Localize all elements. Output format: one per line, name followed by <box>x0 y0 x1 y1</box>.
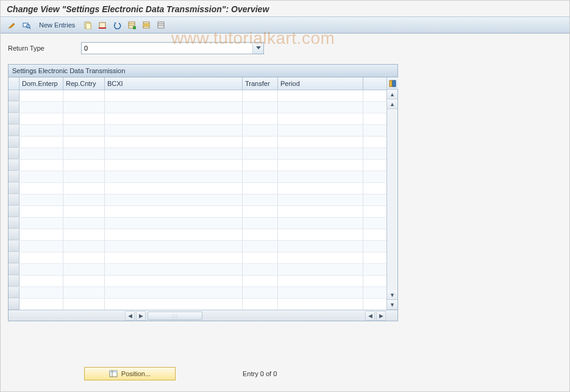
table-panel-title: Settings Electronic Data Transmission <box>9 65 397 77</box>
vertical-scrollbar[interactable]: ▲ ▲ ▼ ▼ <box>387 77 397 310</box>
svg-rect-15 <box>158 22 164 28</box>
grid-body <box>9 90 387 310</box>
table-row[interactable] <box>9 137 387 148</box>
return-type-row: Return Type 0 <box>8 42 562 54</box>
scroll-right-icon[interactable]: ▶ <box>136 311 146 321</box>
table-row[interactable] <box>9 160 387 171</box>
table-row[interactable] <box>9 287 387 299</box>
scroll-thumb[interactable]: ::: <box>148 312 202 320</box>
table-panel: Settings Electronic Data Transmission Do… <box>8 64 398 321</box>
table-row[interactable] <box>9 218 387 229</box>
content-area: Return Type 0 Settings Electronic Data T… <box>1 34 569 326</box>
svg-rect-18 <box>390 80 392 87</box>
scroll-right-icon[interactable]: ▶ <box>376 311 386 321</box>
table-row[interactable] <box>9 252 387 264</box>
copy-as-icon[interactable] <box>82 19 94 31</box>
table-settings-icon[interactable] <box>387 77 398 90</box>
position-label: Position... <box>121 370 151 377</box>
col-header-dom-enterp[interactable]: Dom.Enterp <box>20 77 63 90</box>
svg-line-2 <box>29 27 30 29</box>
position-button[interactable]: Position... <box>84 367 176 380</box>
col-header-transfer[interactable]: Transfer <box>243 77 278 90</box>
table-row[interactable] <box>9 90 387 102</box>
other-view-icon[interactable] <box>20 19 32 31</box>
table-row[interactable] <box>9 148 387 160</box>
table-row[interactable] <box>9 206 387 218</box>
scroll-up-icon[interactable]: ▲ <box>387 90 397 99</box>
svg-rect-19 <box>393 80 396 87</box>
table-row[interactable] <box>9 264 387 276</box>
dropdown-arrow-icon[interactable] <box>252 43 263 54</box>
table-row[interactable] <box>9 299 387 310</box>
undo-icon[interactable] <box>111 19 123 31</box>
deselect-all-icon[interactable] <box>155 19 167 31</box>
horizontal-scrollbar[interactable]: ◀ ▶ ::: ◀ ▶ <box>9 310 397 321</box>
table-row[interactable] <box>9 102 387 113</box>
position-icon <box>109 370 118 377</box>
svg-rect-21 <box>110 371 117 372</box>
svg-rect-0 <box>23 23 28 27</box>
select-block-icon[interactable] <box>140 19 152 31</box>
scroll-left-icon[interactable]: ◀ <box>365 311 375 321</box>
entry-status: Entry 0 of 0 <box>243 370 277 377</box>
return-type-dropdown[interactable]: 0 <box>81 42 264 54</box>
table-row[interactable] <box>9 171 387 183</box>
col-header-rep-cntry[interactable]: Rep.Cntry <box>63 77 105 90</box>
svg-rect-10 <box>133 26 136 29</box>
toggle-change-icon[interactable] <box>5 19 18 31</box>
delete-icon[interactable] <box>96 19 109 31</box>
return-type-label: Return Type <box>8 45 75 52</box>
scroll-up-icon[interactable]: ▲ <box>387 99 397 109</box>
scroll-down-icon[interactable]: ▼ <box>387 300 397 310</box>
scroll-down-icon[interactable]: ▼ <box>387 290 397 300</box>
select-all-icon[interactable] <box>126 19 138 31</box>
return-type-value: 0 <box>82 45 252 52</box>
footer-bar: Position... Entry 0 of 0 <box>1 367 569 380</box>
application-toolbar: New Entries <box>1 16 569 34</box>
scroll-left-icon[interactable]: ◀ <box>125 311 135 321</box>
table-row[interactable] <box>9 194 387 206</box>
svg-rect-4 <box>86 23 91 29</box>
table-row[interactable] <box>9 276 387 287</box>
row-selector-header[interactable] <box>9 77 20 90</box>
grid-header: Dom.Enterp Rep.Cntry BCXI Transfer Perio… <box>9 77 387 90</box>
svg-rect-5 <box>99 23 105 28</box>
table-row[interactable] <box>9 113 387 125</box>
scroll-track[interactable] <box>387 109 397 290</box>
col-header-period[interactable]: Period <box>278 77 363 90</box>
table-row[interactable] <box>9 241 387 252</box>
page-title: Change View "Settings Electronic Data Tr… <box>1 1 569 16</box>
svg-rect-12 <box>143 24 149 26</box>
table-row[interactable] <box>9 183 387 194</box>
table-row[interactable] <box>9 125 387 137</box>
table-row[interactable] <box>9 229 387 241</box>
new-entries-button[interactable]: New Entries <box>35 19 79 31</box>
col-header-bcxi[interactable]: BCXI <box>105 77 243 90</box>
